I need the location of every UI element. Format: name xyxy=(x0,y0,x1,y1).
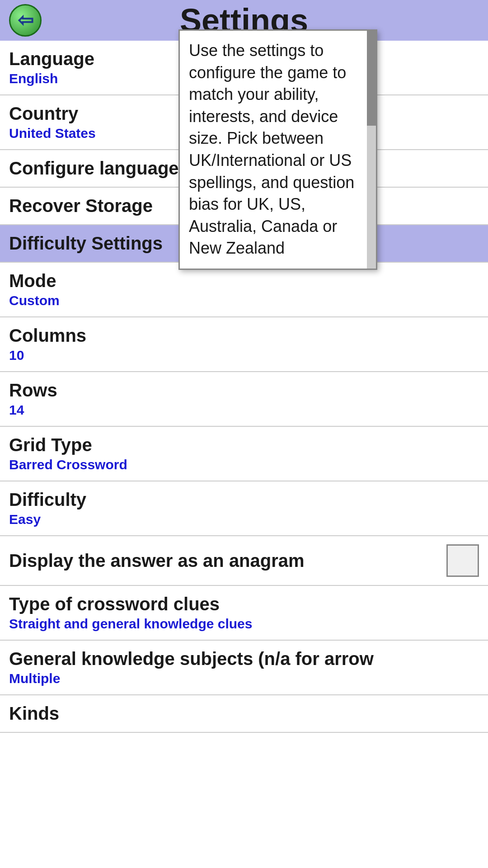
grid-type-label: Grid Type xyxy=(9,435,479,455)
clue-type-value: Straight and general knowledge clues xyxy=(9,616,479,632)
rows-value: 14 xyxy=(9,402,479,418)
settings-row-columns[interactable]: Columns 10 xyxy=(0,317,488,372)
settings-row-grid-type[interactable]: Grid Type Barred Crossword xyxy=(0,427,488,481)
mode-value: Custom xyxy=(9,293,479,308)
settings-row-gk-subjects[interactable]: General knowledge subjects (n/a for arro… xyxy=(0,641,488,695)
difficulty-value: Easy xyxy=(9,512,479,527)
kinds-label: Kinds xyxy=(9,703,479,724)
tooltip-scrollbar[interactable] xyxy=(367,31,376,269)
rows-label: Rows xyxy=(9,380,479,401)
columns-label: Columns xyxy=(9,326,479,346)
back-arrow-icon: ⇦ xyxy=(18,11,33,30)
tooltip-scrollbar-thumb xyxy=(367,31,376,126)
settings-row-mode[interactable]: Mode Custom xyxy=(0,263,488,317)
columns-value: 10 xyxy=(9,348,479,363)
anagram-toggle[interactable] xyxy=(446,544,479,577)
anagram-label: Display the answer as an anagram xyxy=(9,551,305,571)
anagram-row-inner: Display the answer as an anagram xyxy=(9,544,479,577)
settings-row-clue-type[interactable]: Type of crossword clues Straight and gen… xyxy=(0,586,488,641)
settings-row-anagram[interactable]: Display the answer as an anagram xyxy=(0,536,488,586)
settings-row-rows[interactable]: Rows 14 xyxy=(0,372,488,427)
gk-subjects-label: General knowledge subjects (n/a for arro… xyxy=(9,649,479,669)
settings-row-difficulty[interactable]: Difficulty Easy xyxy=(0,481,488,536)
difficulty-label: Difficulty xyxy=(9,490,479,510)
settings-row-kinds[interactable]: Kinds xyxy=(0,695,488,733)
grid-type-value: Barred Crossword xyxy=(9,457,479,472)
gk-subjects-value: Multiple xyxy=(9,671,479,686)
tooltip-text: Use the settings to configure the game t… xyxy=(189,40,367,259)
mode-label: Mode xyxy=(9,271,479,291)
back-button[interactable]: ⇦ xyxy=(9,4,42,37)
clue-type-label: Type of crossword clues xyxy=(9,594,479,614)
country-tooltip: Use the settings to configure the game t… xyxy=(178,29,377,270)
